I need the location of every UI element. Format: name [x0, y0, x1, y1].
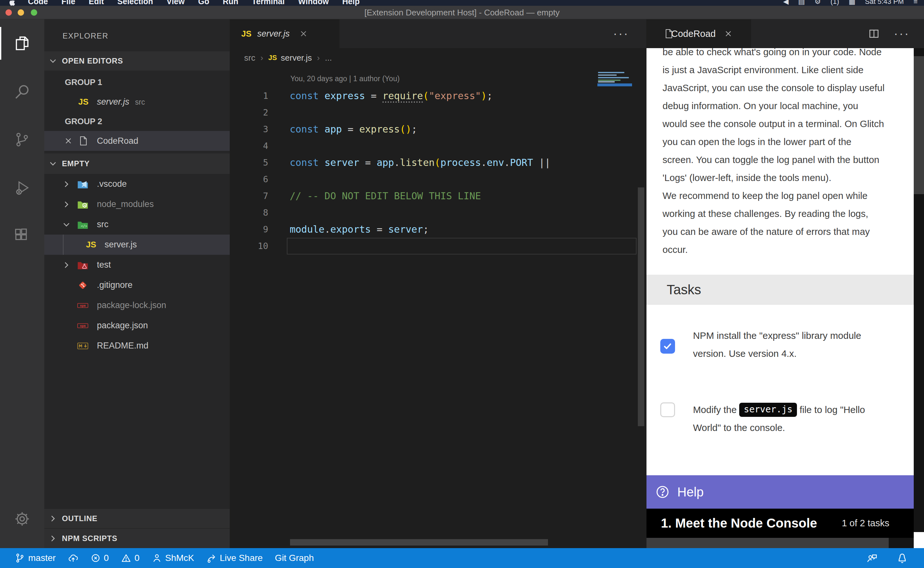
menu-item-window[interactable]: Window — [291, 0, 336, 6]
activity-settings-gear-icon[interactable] — [0, 495, 44, 543]
open-editor-item-server.js[interactable]: JSserver.jssrc — [44, 92, 230, 112]
svg-text:</>: </> — [81, 224, 87, 228]
activity-files-icon[interactable] — [0, 19, 44, 67]
code-line[interactable]: 2 — [230, 104, 647, 121]
task-checkbox-1[interactable] — [660, 339, 675, 353]
menubar-status-item[interactable]: ≡ — [913, 0, 918, 6]
code-editor[interactable]: 1const express = require("express");23co… — [230, 88, 647, 254]
editor-group: JS server.js ··· src › JS server.js › ..… — [230, 19, 647, 548]
menu-item-view[interactable]: View — [160, 0, 191, 6]
code-line[interactable]: 4 — [230, 137, 647, 154]
code-line[interactable]: 9module.exports = server; — [230, 221, 647, 238]
status-bar: master00ShMcKLive ShareGit Graph — [0, 548, 924, 568]
panel-scrollbar-corner — [914, 532, 924, 548]
menubar-status-item[interactable]: ▤ — [798, 0, 805, 6]
chevron-right-icon — [49, 534, 57, 543]
menu-item-help[interactable]: Help — [336, 0, 366, 6]
minimap-slider[interactable] — [597, 83, 632, 86]
line-number: 7 — [230, 188, 268, 204]
status-item-cloud-upload-icon[interactable] — [68, 553, 78, 563]
open-editor-item-coderoad[interactable]: CodeRoad — [44, 131, 230, 151]
chevron-right-icon — [62, 261, 71, 269]
lesson-text-line: We recommend to keep the log panel open … — [663, 187, 913, 205]
menu-item-edit[interactable]: Edit — [82, 0, 111, 6]
file-icon — [79, 136, 87, 146]
menu-item-file[interactable]: File — [55, 0, 82, 6]
tree-item-node_modules[interactable]: JSnode_modules — [44, 194, 230, 215]
activity-search-icon[interactable] — [0, 67, 44, 116]
npm-scripts-section-header[interactable]: NPM SCRIPTS — [44, 528, 230, 548]
code-line[interactable]: 3const app = express(); — [230, 121, 647, 137]
folder-section-label: EMPTY — [62, 159, 90, 168]
breadcrumb-tail[interactable]: ... — [325, 53, 332, 63]
breadcrumb-folder[interactable]: src — [244, 53, 255, 63]
line-number: 1 — [230, 88, 268, 104]
minimap[interactable] — [597, 71, 632, 112]
tree-item-server.js[interactable]: JSserver.js — [44, 234, 230, 255]
help-section[interactable]: Help — [647, 475, 914, 509]
tab-server-js[interactable]: JS server.js — [230, 19, 339, 48]
menubar-status-item[interactable]: ⚙ — [815, 0, 821, 6]
folder-section-header[interactable]: EMPTY — [44, 153, 230, 174]
code-line[interactable]: 6 — [230, 171, 647, 188]
js-file-icon: JS — [86, 240, 96, 250]
status-item-shmck[interactable]: ShMcK — [152, 553, 194, 563]
open-editors-header[interactable]: OPEN EDITORS — [44, 51, 230, 71]
code-line[interactable]: 7// -- DO NOT EDIT BELOW THIS LINE — [230, 188, 647, 204]
tree-item-.vscode[interactable]: .vscode — [44, 174, 230, 194]
tree-item-package.json[interactable]: npmpackage.json — [44, 316, 230, 336]
close-tab-icon[interactable] — [724, 30, 733, 38]
menu-item-go[interactable]: Go — [191, 0, 216, 6]
tree-item-.gitignore[interactable]: .gitignore — [44, 275, 230, 295]
tree-item-test[interactable]: test — [44, 255, 230, 275]
tree-item-package-lock.json[interactable]: npmpackage-lock.json — [44, 295, 230, 316]
split-editor-icon[interactable] — [869, 29, 879, 39]
menu-item-run[interactable]: Run — [216, 0, 245, 6]
menubar-status-item[interactable]: ◀ — [783, 0, 788, 6]
status-item-0[interactable]: 0 — [90, 553, 109, 563]
tree-item-readme.md[interactable]: README.md — [44, 336, 230, 356]
status-item-0[interactable]: 0 — [121, 553, 140, 563]
horizontal-scrollbar[interactable] — [290, 539, 548, 545]
more-actions-icon[interactable]: ··· — [894, 27, 910, 41]
feedback-icon[interactable] — [866, 552, 878, 564]
chevron-right-icon — [49, 514, 57, 523]
menubar-status-item[interactable]: Sat 5:43 PM — [865, 0, 904, 6]
vertical-scrollbar[interactable] — [638, 187, 644, 426]
status-item-live-share[interactable]: Live Share — [206, 553, 263, 563]
open-editors-list: GROUP 1JSserver.jssrcGROUP 2CodeRoad — [44, 73, 230, 151]
menubar-status-item[interactable]: ▦ — [849, 0, 855, 6]
activity-source-control-icon[interactable] — [0, 116, 44, 164]
code-line[interactable]: 1const express = require("express"); — [230, 88, 647, 104]
close-tab-icon[interactable] — [299, 30, 307, 38]
editor-actions-more-icon[interactable]: ··· — [613, 19, 629, 48]
code-line[interactable]: 8 — [230, 204, 647, 221]
activity-run-debug-icon[interactable] — [0, 164, 44, 212]
node-modules-folder-icon: JS — [77, 199, 88, 209]
sidebar-title: EXPLORER — [63, 32, 109, 41]
close-icon[interactable] — [64, 137, 72, 145]
code-line[interactable]: 5const server = app.listen(process.env.P… — [230, 154, 647, 171]
tree-item-src[interactable]: </>src — [44, 215, 230, 234]
menubar-status-item[interactable]: (1) — [830, 0, 839, 6]
task-checkbox-2[interactable] — [660, 402, 675, 417]
panel-scrollbar-thumb[interactable] — [914, 56, 924, 194]
bell-icon[interactable] — [897, 552, 908, 564]
activity-extensions-icon[interactable] — [0, 212, 44, 260]
breadcrumb-file[interactable]: JS server.js — [268, 53, 312, 63]
status-item-git-graph[interactable]: Git Graph — [275, 553, 314, 563]
live-share-icon — [206, 553, 217, 563]
npm-scripts-label: NPM SCRIPTS — [62, 534, 118, 543]
status-item-master[interactable]: master — [15, 553, 56, 563]
line-number: 8 — [230, 204, 268, 221]
menu-item-terminal[interactable]: Terminal — [245, 0, 291, 6]
outline-section-header[interactable]: OUTLINE — [44, 508, 230, 528]
panel-bottom-strip-dark — [889, 538, 914, 548]
git-branch-icon — [15, 553, 25, 563]
file-tree: .vscodeJSnode_modules</>srcJSserver.jste… — [44, 174, 230, 356]
menu-item-selection[interactable]: Selection — [111, 0, 160, 6]
lesson-text-line: you can be aware of the nature of errors… — [663, 223, 913, 241]
tab-coderoad[interactable]: CodeRoad — [647, 19, 751, 48]
menu-item-code[interactable]: Code — [21, 0, 55, 6]
codelens-annotation[interactable]: You, 20 days ago | 1 author (You) — [290, 74, 400, 83]
